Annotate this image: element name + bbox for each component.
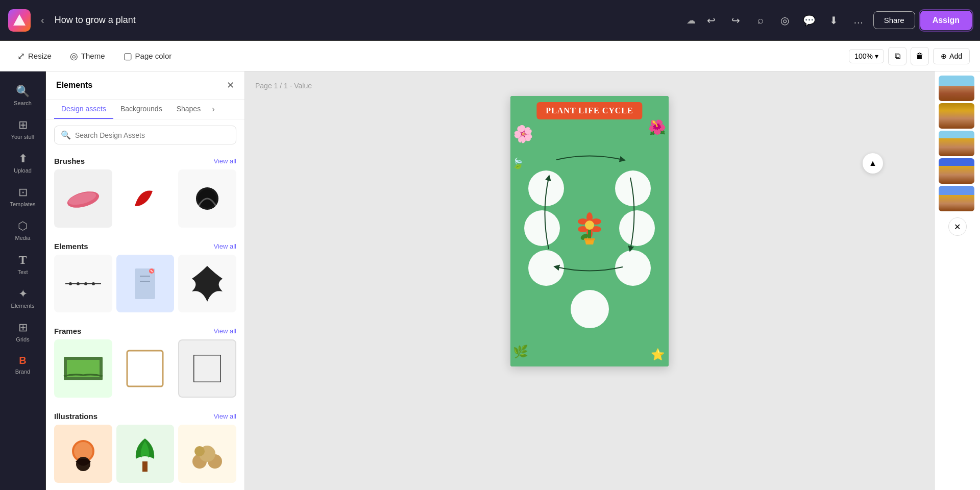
illust-thumb-3[interactable] — [178, 425, 236, 483]
download-button[interactable]: ⬇ — [824, 11, 844, 30]
flower-decoration-tr: 🌺 — [648, 119, 666, 136]
plant-title-bar: Plant Life Cycle — [536, 102, 642, 119]
elements-view-all[interactable]: View all — [213, 242, 236, 250]
scroll-up-button[interactable]: ▲ — [863, 153, 883, 174]
illust-thumb-2[interactable] — [116, 425, 175, 483]
panel-title: Elements — [56, 81, 92, 90]
sidebar-item-text[interactable]: T Text — [3, 248, 43, 280]
plant-title: Plant Life Cycle — [546, 106, 633, 115]
theme-button[interactable]: ◎ Theme — [63, 47, 112, 65]
element-thumb-1[interactable] — [54, 255, 112, 313]
sidebar-item-elements[interactable]: ✦ Elements — [3, 282, 43, 314]
grids-icon: ⊞ — [18, 321, 28, 334]
close-right-panel-button[interactable]: ✕ — [948, 217, 967, 236]
search-icon: 🔍 — [61, 130, 71, 140]
grid-icon: ⊞ — [18, 118, 28, 132]
element-thumb-3[interactable] — [178, 255, 236, 313]
zoom-control[interactable]: 100% ▾ — [849, 49, 884, 63]
search-icon: 🔍 — [16, 85, 30, 98]
illustrations-grid — [46, 425, 244, 490]
svg-rect-21 — [142, 461, 148, 472]
flower-decoration-br: ⭐ — [651, 348, 665, 361]
panel-close-button[interactable]: ✕ — [227, 80, 234, 91]
svg-point-8 — [92, 282, 95, 285]
templates-icon: ⊡ — [18, 186, 28, 199]
svg-point-5 — [69, 282, 72, 285]
illust-thumb-1[interactable] — [54, 425, 112, 483]
sidebar-item-brand[interactable]: B Brand — [3, 350, 43, 380]
share-button[interactable]: Share — [873, 11, 915, 29]
life-circle-2 — [615, 170, 651, 206]
brush-thumb-1[interactable] — [54, 169, 112, 228]
svg-rect-35 — [584, 238, 595, 240]
cloud-sync-icon: ☁ — [687, 15, 696, 26]
life-circle-5 — [528, 250, 564, 286]
sidebar-item-templates[interactable]: ⊡ Templates — [3, 181, 43, 212]
life-circle-3 — [524, 210, 560, 246]
upload-icon: ⬆ — [18, 152, 28, 165]
brand-icon: B — [19, 355, 26, 366]
design-canvas[interactable]: 🌸 🌺 🌿 ⭐ 🍃 Plant Life Cycle — [510, 96, 669, 366]
comment-button[interactable]: 💬 — [800, 11, 819, 30]
add-button[interactable]: ⊕ Add — [933, 48, 970, 64]
thumbnail-2[interactable] — [939, 103, 974, 129]
frames-view-all[interactable]: View all — [213, 327, 236, 335]
assign-button[interactable]: Assign — [920, 11, 972, 30]
media-icon: ⬡ — [18, 219, 28, 233]
svg-point-32 — [585, 220, 594, 230]
canvas-area: Page 1 / 1 - Value ▲ 🌸 🌺 🌿 ⭐ 🍃 Plant Lif… — [245, 71, 934, 490]
thumbnail-3[interactable] — [939, 131, 974, 156]
element-thumb-2[interactable] — [116, 255, 175, 313]
leaf-decoration-left: 🍃 — [511, 157, 524, 169]
theme-icon: ◎ — [70, 51, 78, 62]
resize-button[interactable]: ⤢ Resize — [10, 47, 59, 65]
find-button[interactable]: ⌕ — [751, 11, 770, 30]
sidebar-item-search[interactable]: 🔍 Search — [3, 80, 43, 111]
leaf-decoration-bl: 🌿 — [513, 345, 528, 359]
thumbnail-5[interactable] — [939, 186, 974, 211]
frames-section-title: Frames — [54, 327, 81, 335]
sidebar-item-upload[interactable]: ⬆ Upload — [3, 147, 43, 179]
undo-button[interactable]: ↩ — [702, 11, 721, 30]
frame-thumb-3[interactable] — [178, 339, 236, 398]
search-bar: 🔍 — [54, 126, 236, 144]
duplicate-button[interactable]: ⧉ — [888, 47, 906, 65]
document-title: How to grow a plant — [55, 15, 676, 26]
life-circle-1 — [528, 170, 564, 206]
thumbnail-4[interactable] — [939, 158, 974, 184]
elements-panel: Elements ✕ Design assets Backgrounds Sha… — [46, 71, 245, 490]
app-logo[interactable] — [8, 9, 31, 32]
sidebar-item-your-stuff[interactable]: ⊞ Your stuff — [3, 113, 43, 145]
tab-shapes[interactable]: Shapes — [169, 100, 208, 119]
tab-design-assets[interactable]: Design assets — [54, 100, 113, 119]
sidebar: 🔍 Search ⊞ Your stuff ⬆ Upload ⊡ Templat… — [0, 71, 46, 490]
frame-thumb-1[interactable] — [54, 339, 112, 398]
elements-grid — [46, 255, 244, 321]
chevron-down-icon: ▾ — [875, 52, 878, 60]
brush-thumb-3[interactable] — [178, 169, 236, 228]
page-color-button[interactable]: ▢ Page color — [116, 47, 179, 65]
location-button[interactable]: ◎ — [775, 11, 795, 30]
redo-button[interactable]: ↪ — [726, 11, 746, 30]
more-button[interactable]: … — [849, 11, 868, 30]
brushes-view-all[interactable]: View all — [213, 157, 236, 165]
sidebar-item-grids[interactable]: ⊞ Grids — [3, 316, 43, 348]
frame-thumb-2[interactable] — [116, 339, 175, 398]
illustrations-view-all[interactable]: View all — [213, 412, 236, 420]
tab-backgrounds[interactable]: Backgrounds — [113, 100, 169, 119]
panel-tabs: Design assets Backgrounds Shapes › — [46, 100, 244, 119]
page-color-icon: ▢ — [124, 51, 132, 62]
delete-button[interactable]: 🗑 — [911, 47, 929, 65]
brushes-grid — [46, 169, 244, 236]
right-thumbnails-panel: ✕ — [934, 71, 980, 490]
search-input[interactable] — [75, 131, 230, 139]
tab-more-button[interactable]: › — [208, 100, 218, 119]
sidebar-item-media[interactable]: ⬡ Media — [3, 214, 43, 246]
page-label: Page 1 / 1 - Value — [255, 82, 312, 90]
brush-thumb-2[interactable] — [116, 169, 175, 228]
svg-point-6 — [77, 282, 80, 285]
thumbnail-1[interactable] — [939, 76, 974, 101]
resize-icon: ⤢ — [17, 51, 25, 62]
back-button[interactable]: ‹ — [37, 12, 48, 28]
elements-section-title: Elements — [54, 242, 88, 251]
